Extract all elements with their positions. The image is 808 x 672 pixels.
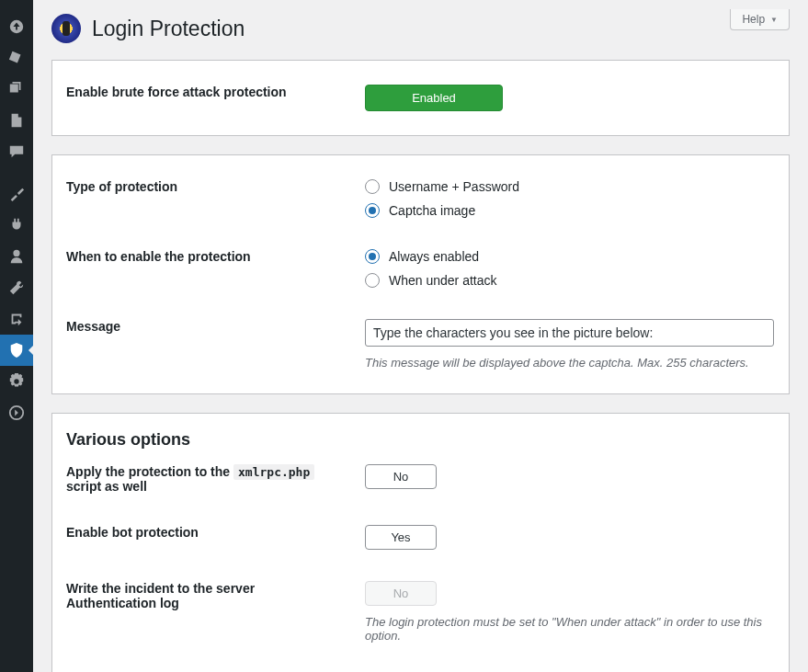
message-input[interactable] (365, 319, 774, 347)
sidebar-firewall[interactable] (0, 335, 33, 366)
sidebar-pages[interactable] (0, 105, 33, 136)
sidebar-settings[interactable] (0, 366, 33, 397)
radio-label: Captcha image (389, 203, 475, 218)
radio-captcha-image[interactable]: Captcha image (365, 203, 775, 218)
sidebar-posts[interactable] (0, 42, 33, 74)
radio-icon (365, 273, 380, 288)
page-title: Login Protection (51, 9, 245, 43)
radio-icon (365, 179, 380, 194)
radio-when-under-attack[interactable]: When under attack (365, 273, 775, 288)
message-label: Message (66, 319, 365, 370)
radio-label: Always enabled (389, 249, 479, 264)
help-dropdown[interactable]: Help ▼ (730, 9, 790, 30)
sidebar-collapse[interactable] (0, 397, 33, 428)
enable-protection-label: Enable brute force attack protection (66, 85, 365, 111)
sidebar-media[interactable] (0, 74, 33, 105)
radio-always-enabled[interactable]: Always enabled (365, 249, 775, 264)
panel-enable: Enable brute force attack protection Ena… (51, 60, 790, 136)
when-enable-label: When to enable the protection (66, 249, 365, 288)
xmlrpc-toggle[interactable]: No (365, 464, 437, 489)
authlog-toggle: No (365, 581, 437, 606)
sidebar-appearance[interactable] (0, 178, 33, 210)
bot-protection-toggle[interactable]: Yes (365, 525, 437, 550)
sidebar-comments[interactable] (0, 136, 33, 167)
chevron-down-icon: ▼ (770, 16, 778, 24)
admin-sidebar (0, 0, 33, 672)
radio-label: When under attack (389, 273, 497, 288)
type-of-protection-label: Type of protection (66, 179, 365, 218)
radio-username-password[interactable]: Username + Password (365, 179, 775, 194)
authlog-label: Write the incident to the server Authent… (66, 581, 365, 643)
enabled-button[interactable]: Enabled (365, 85, 503, 111)
radio-label: Username + Password (389, 179, 519, 194)
radio-icon (365, 249, 380, 264)
xmlrpc-label: Apply the protection to the xmlrpc.php s… (66, 464, 365, 494)
firewall-logo-icon (51, 14, 81, 43)
message-description: This message will be displayed above the… (365, 356, 775, 370)
xmlrpc-code: xmlrpc.php (233, 464, 314, 480)
various-options-heading: Various options (52, 430, 789, 457)
sidebar-import[interactable] (0, 303, 33, 335)
sidebar-plugins[interactable] (0, 210, 33, 241)
page-title-text: Login Protection (92, 17, 245, 41)
authlog-description: The login protection must be set to "Whe… (365, 615, 775, 643)
panel-various: Various options Apply the protection to … (51, 413, 790, 672)
panel-config: Type of protection Username + Password C… (51, 154, 790, 394)
sidebar-users[interactable] (0, 241, 33, 272)
bot-protection-label: Enable bot protection (66, 525, 365, 550)
radio-icon (365, 203, 380, 218)
sidebar-dashboard[interactable] (0, 11, 33, 42)
help-label: Help (742, 13, 765, 26)
sidebar-tools[interactable] (0, 272, 33, 303)
